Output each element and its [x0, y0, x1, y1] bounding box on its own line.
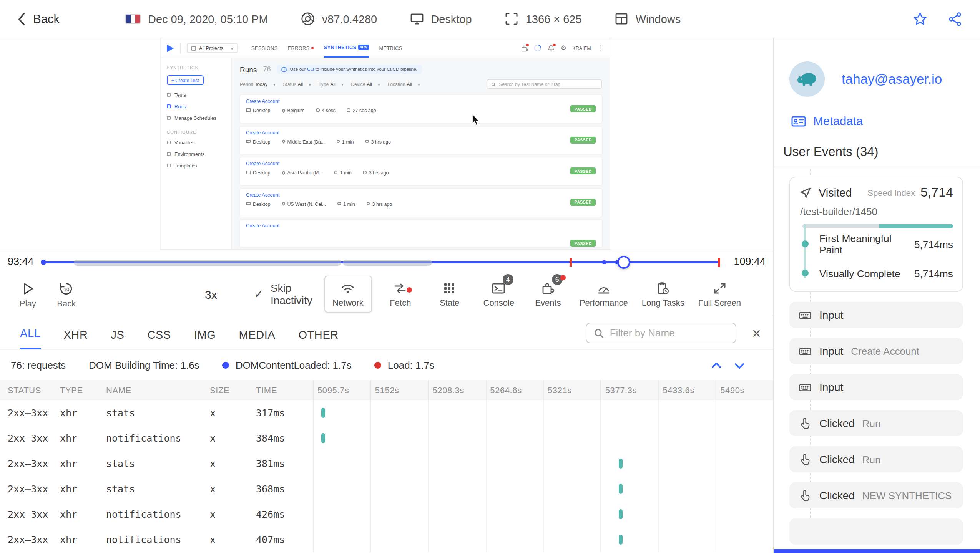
- user-identity: tahay@asayer.io: [789, 61, 966, 97]
- fetch-alert-dot: [407, 287, 412, 293]
- cli-link: CLI: [307, 67, 314, 71]
- network-panel-button[interactable]: Network: [324, 276, 372, 313]
- runs-title: Runs: [240, 65, 257, 73]
- user-email: tahay@asayer.io: [842, 71, 942, 87]
- rewind-10-icon: 10: [59, 281, 74, 296]
- fetch-panel-button[interactable]: Fetch: [380, 276, 421, 312]
- mouse-cursor-icon: [471, 113, 480, 127]
- keyboard-icon: [799, 381, 812, 394]
- windows-icon: [614, 12, 629, 26]
- metadata-button[interactable]: Metadata: [791, 114, 980, 129]
- request-timing-tick: [321, 408, 325, 418]
- event-partial[interactable]: [789, 518, 963, 545]
- filter-by-name-input[interactable]: [610, 327, 729, 339]
- timeline-scrubber[interactable]: [617, 255, 630, 268]
- dcl-dot-icon: [223, 362, 229, 369]
- error-marker: [570, 258, 571, 267]
- tab-all[interactable]: ALL: [20, 327, 40, 349]
- id-card-icon: [791, 114, 806, 129]
- tab-xhr[interactable]: XHR: [63, 329, 88, 349]
- status-badge: PASSED: [571, 240, 596, 247]
- status-badge: PASSED: [571, 199, 596, 205]
- device-icon: [246, 140, 251, 143]
- table-row[interactable]: 2xx–3xxxhrstatsx368ms: [0, 476, 773, 502]
- filter-period: PeriodToday ▾: [240, 81, 275, 87]
- location-pin-icon: [281, 139, 286, 143]
- events-panel-button[interactable]: Events 6: [527, 276, 569, 312]
- tab-errors: ERRORS: [288, 38, 314, 58]
- chevron-left-icon: [17, 12, 25, 26]
- tab-img[interactable]: IMG: [194, 329, 216, 349]
- player-controls: Play 10 Back 3x ✓ Skip Inactivity Networ…: [0, 273, 773, 316]
- tab-other[interactable]: OTHER: [298, 329, 339, 349]
- full-screen-button[interactable]: Full Screen: [695, 276, 744, 312]
- state-panel-button[interactable]: State: [429, 276, 470, 312]
- replay-viewport: All Projects ▾ SESSIONS ERRORS SYNTHETIC…: [0, 38, 773, 250]
- table-header: STATUS TYPE NAME SIZE TIME 5095.7s 5152s…: [0, 380, 773, 400]
- panel-buttons: Network Fetch State Console 4: [324, 276, 744, 313]
- tab-css[interactable]: CSS: [148, 329, 171, 349]
- click-hand-icon: [799, 453, 812, 466]
- hippo-icon: [796, 68, 819, 91]
- clock-icon: [365, 140, 369, 143]
- filter-device: DeviceAll ▾: [351, 81, 380, 87]
- share-icon[interactable]: [948, 11, 963, 26]
- table-row[interactable]: 2xx–3xxxhrstatsx381ms: [0, 451, 773, 476]
- load-dot-icon: [375, 362, 382, 369]
- event-visited[interactable]: Visited Speed Index 5,714 /test-builder/…: [789, 177, 963, 292]
- clock-icon: [363, 171, 367, 174]
- close-panel-icon[interactable]: ×: [752, 325, 761, 341]
- col-size: SIZE: [204, 386, 250, 395]
- jump-up-icon[interactable]: [710, 359, 723, 371]
- play-button[interactable]: Play: [11, 281, 45, 308]
- table-row[interactable]: 2xx–3xxxhrnotificationsx384ms: [0, 426, 773, 451]
- back-button[interactable]: Back: [17, 12, 60, 26]
- duration-icon: [316, 109, 319, 112]
- project-selector-label: All Projects: [199, 45, 223, 51]
- event-clicked[interactable]: Clicked Run: [789, 446, 963, 472]
- runs-filters: PeriodToday ▾ StatusAll ▾ TypeAll ▾ Devi…: [240, 79, 602, 89]
- network-filter-field[interactable]: [586, 323, 737, 343]
- top-bar: Back Dec 09, 2020, 05:10 PM v87.0.4280 D…: [0, 0, 980, 38]
- back-10s-button[interactable]: 10 Back: [50, 281, 84, 308]
- table-row[interactable]: 2xx–3xxxhrnotificationsx426ms: [0, 502, 773, 527]
- dom-building-time: DOM Building Time: 1.6s: [89, 359, 199, 371]
- favorite-star-icon[interactable]: [912, 11, 928, 26]
- request-timing-tick: [619, 509, 623, 519]
- sidebar-item-templates: Templates: [167, 163, 225, 168]
- event-input[interactable]: Input Create Account: [789, 338, 963, 364]
- tab-js[interactable]: JS: [111, 329, 124, 349]
- table-row[interactable]: 2xx–3xxxhrnotificationsx407ms: [0, 527, 773, 552]
- jump-down-icon[interactable]: [733, 359, 746, 371]
- run-row: Create Account Desktop Middle East (Ba..…: [240, 126, 602, 154]
- skip-inactivity-toggle[interactable]: ✓ Skip Inactivity: [254, 282, 324, 306]
- col-status: STATUS: [0, 386, 54, 395]
- sidebar-item-manage-schedules: Manage Schedules: [167, 115, 225, 121]
- new-badge: NEW: [358, 45, 369, 50]
- performance-panel-button[interactable]: Performance: [576, 276, 631, 312]
- status-badge: PASSED: [571, 167, 596, 174]
- status-badge: PASSED: [571, 136, 596, 143]
- replayed-app-navbar: All Projects ▾ SESSIONS ERRORS SYNTHETIC…: [161, 38, 610, 58]
- event-clicked[interactable]: Clicked NEW SYNTHETICS: [789, 482, 963, 508]
- gear-icon: ⚙: [561, 45, 566, 51]
- projects-grid-icon: [191, 46, 196, 50]
- metric-visually-complete: Visually Complete 5,714ms: [799, 259, 953, 288]
- event-clicked[interactable]: Clicked Run: [789, 410, 963, 436]
- user-events-list: Visited Speed Index 5,714 /test-builder/…: [789, 177, 963, 545]
- event-input[interactable]: Input: [789, 302, 963, 328]
- schedules-icon: [167, 116, 171, 120]
- click-hand-icon: [799, 417, 812, 430]
- event-input[interactable]: Input: [789, 374, 963, 400]
- table-row[interactable]: 2xx–3xxxhrstatsx317ms: [0, 400, 773, 426]
- load-time: Load: 1.7s: [375, 359, 434, 371]
- tab-media[interactable]: MEDIA: [239, 329, 276, 349]
- console-panel-button[interactable]: Console 4: [478, 276, 520, 312]
- tests-icon: [167, 93, 171, 97]
- long-tasks-panel-button[interactable]: Long Tasks: [639, 276, 688, 312]
- timeline-track[interactable]: [42, 250, 720, 273]
- playback-speed-button[interactable]: 3x: [205, 288, 217, 301]
- time-col: 5095.7s: [313, 380, 370, 400]
- time-col: 5321s: [543, 380, 601, 400]
- metric-dot: [801, 270, 808, 276]
